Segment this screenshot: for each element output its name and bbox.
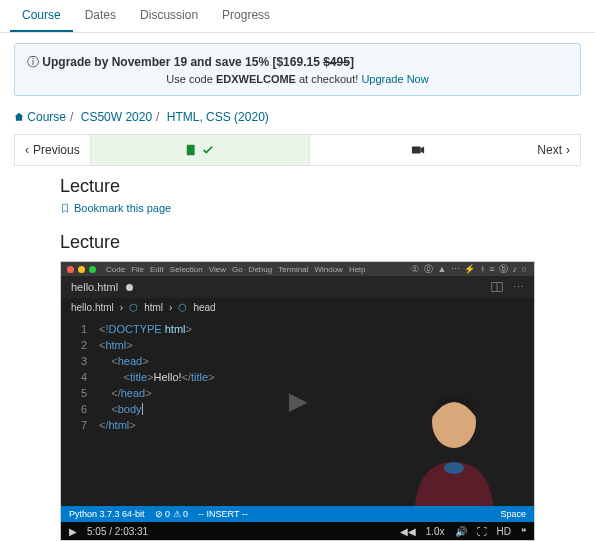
crumb-course[interactable]: Course — [27, 110, 66, 124]
play-button[interactable]: ▶ — [69, 526, 77, 537]
video-icon — [411, 143, 425, 157]
speaker-person — [394, 382, 514, 522]
bookmark-link[interactable]: Bookmark this page — [60, 202, 171, 214]
tab-dates[interactable]: Dates — [73, 0, 128, 32]
unit-tab-2[interactable] — [309, 135, 528, 165]
chevron-left-icon: ‹ — [25, 143, 29, 157]
upgrade-banner: ⓘ Upgrade by November 19 and save 15% [$… — [14, 43, 581, 96]
speed-button[interactable]: 1.0x — [426, 526, 445, 537]
crumb-unit[interactable]: HTML, CSS (2020) — [167, 110, 269, 124]
video-controls: ▶ 5:05 / 2:03:31 ◀◀ 1.0x 🔊 ⛶ HD ❝ — [61, 522, 534, 540]
bookmark-icon — [60, 203, 70, 213]
upgrade-link[interactable]: Upgrade Now — [361, 73, 428, 85]
video-player[interactable]: CodeFileEditSelectionViewGoDebugTerminal… — [60, 261, 535, 541]
book-icon — [185, 143, 199, 157]
editor-tabbar: hello.html ⋯ — [61, 276, 534, 298]
rewind-button[interactable]: ◀◀ — [400, 526, 416, 537]
unit-tab-1[interactable] — [90, 135, 309, 165]
svg-point-5 — [444, 462, 464, 474]
next-button[interactable]: Next› — [527, 135, 580, 165]
crumb-section[interactable]: CS50W 2020 — [81, 110, 152, 124]
tab-discussion[interactable]: Discussion — [128, 0, 210, 32]
video-heading: Lecture — [60, 232, 535, 253]
prev-button[interactable]: ‹Previous — [15, 135, 90, 165]
info-icon: ⓘ — [27, 55, 39, 69]
volume-button[interactable]: 🔊 — [455, 526, 467, 537]
home-icon — [14, 112, 24, 122]
page-title: Lecture — [60, 176, 535, 197]
hd-button[interactable]: HD — [497, 526, 511, 537]
fullscreen-button[interactable]: ⛶ — [477, 526, 487, 537]
svg-rect-0 — [186, 145, 194, 156]
editor-breadcrumb: hello.html › ⬡ html › ⬡ head — [61, 298, 534, 317]
tab-progress[interactable]: Progress — [210, 0, 282, 32]
macos-menubar: CodeFileEditSelectionViewGoDebugTerminal… — [61, 262, 534, 276]
cc-button[interactable]: ❝ — [521, 526, 526, 537]
mac-menus: CodeFileEditSelectionViewGoDebugTerminal… — [106, 265, 365, 274]
ellipsis-icon: ⋯ — [513, 281, 524, 294]
modified-dot-icon — [126, 284, 133, 291]
tab-course[interactable]: Course — [10, 0, 73, 32]
chevron-right-icon: › — [566, 143, 570, 157]
sequence-nav: ‹Previous Next› — [14, 134, 581, 166]
svg-rect-1 — [412, 147, 421, 154]
play-overlay-icon[interactable]: ▶ — [289, 387, 307, 415]
split-icon — [491, 281, 503, 293]
breadcrumb: Course/ CS50W 2020/ HTML, CSS (2020) — [14, 110, 581, 124]
vscode-statusbar: Python 3.7.3 64-bit ⊘ 0 ⚠ 0 -- INSERT --… — [61, 506, 534, 522]
video-time: 5:05 / 2:03:31 — [87, 526, 148, 537]
check-icon — [201, 143, 215, 157]
course-nav: Course Dates Discussion Progress — [0, 0, 595, 33]
